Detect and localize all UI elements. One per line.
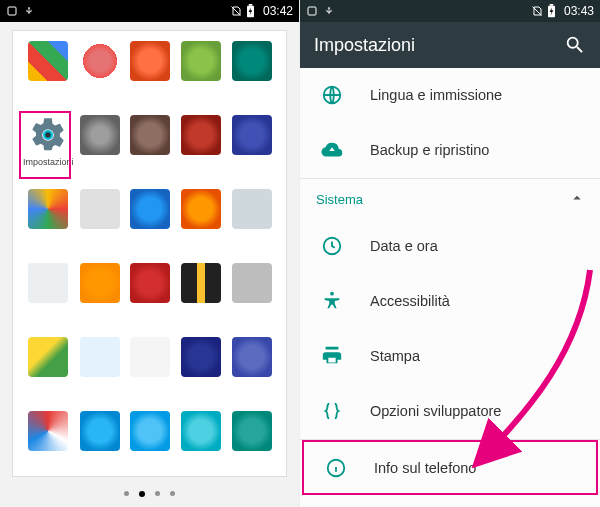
app-icon[interactable] (76, 263, 125, 335)
svg-rect-0 (8, 7, 16, 15)
app-icon[interactable] (23, 263, 74, 335)
app-drawer[interactable]: Impostazioni (0, 22, 299, 507)
app-icon[interactable] (76, 115, 125, 187)
svg-rect-7 (550, 4, 554, 6)
app-drawer-card: Impostazioni (12, 30, 287, 477)
row-accessibility[interactable]: Accessibilità (300, 274, 600, 329)
app-icon[interactable] (23, 189, 74, 261)
clock-icon (316, 235, 348, 257)
battery-icon (246, 4, 255, 18)
app-icon[interactable] (227, 263, 276, 335)
gear-icon (28, 115, 68, 155)
row-backup[interactable]: Backup e ripristino (300, 123, 600, 178)
page-dot[interactable] (170, 491, 175, 496)
screenshot-icon (6, 5, 18, 17)
app-icon[interactable] (227, 337, 276, 409)
settings-list[interactable]: Lingua e immissione Backup e ripristino … (300, 68, 600, 507)
toolbar-title: Impostazioni (314, 35, 415, 56)
row-language[interactable]: Lingua e immissione (300, 68, 600, 123)
row-developer[interactable]: Opzioni sviluppatore (300, 384, 600, 439)
section-label: Sistema (316, 192, 363, 207)
page-dot-active[interactable] (139, 491, 145, 497)
cloud-upload-icon (316, 139, 348, 161)
search-button[interactable] (564, 34, 586, 56)
app-icon[interactable] (227, 41, 276, 113)
status-bar: 03:43 (300, 0, 600, 22)
screenshot-icon (306, 5, 318, 17)
page-indicator (0, 491, 299, 497)
row-label: Accessibilità (370, 293, 450, 309)
section-header-system[interactable]: Sistema (300, 179, 600, 219)
page-dot[interactable] (155, 491, 160, 496)
app-icon[interactable] (126, 189, 175, 261)
print-icon (316, 345, 348, 367)
app-icon[interactable] (76, 41, 125, 113)
app-icon[interactable] (76, 337, 125, 409)
status-bar: 03:42 (0, 0, 299, 22)
app-icon[interactable] (227, 115, 276, 187)
app-icon[interactable] (177, 115, 226, 187)
info-icon (320, 457, 352, 479)
status-time: 03:42 (263, 4, 293, 18)
svg-point-4 (46, 132, 51, 137)
app-icon[interactable] (227, 411, 276, 483)
braces-icon (316, 400, 348, 422)
app-icon[interactable] (126, 411, 175, 483)
app-icon[interactable] (126, 337, 175, 409)
app-icon[interactable] (126, 263, 175, 335)
app-label: Impostazioni (23, 157, 74, 167)
usb-icon (24, 5, 34, 17)
svg-rect-2 (249, 4, 253, 6)
row-label: Backup e ripristino (370, 142, 489, 158)
svg-rect-5 (308, 7, 316, 15)
app-icon[interactable] (23, 41, 74, 113)
app-icon[interactable] (126, 41, 175, 113)
app-icon[interactable] (177, 411, 226, 483)
no-sim-icon (531, 5, 543, 17)
no-sim-icon (230, 5, 242, 17)
app-settings[interactable]: Impostazioni (23, 115, 74, 187)
app-icon[interactable] (177, 337, 226, 409)
chevron-up-icon (568, 189, 586, 210)
row-about[interactable]: Info sul telefono (302, 440, 598, 495)
app-icon[interactable] (23, 337, 74, 409)
usb-icon (324, 5, 334, 17)
search-icon (564, 34, 586, 56)
accessibility-icon (316, 290, 348, 312)
globe-icon (316, 84, 348, 106)
app-icon[interactable] (177, 41, 226, 113)
page-dot[interactable] (124, 491, 129, 496)
row-date[interactable]: Data e ora (300, 219, 600, 274)
app-icon[interactable] (76, 411, 125, 483)
svg-point-10 (330, 292, 334, 296)
status-time: 03:43 (564, 4, 594, 18)
app-icon[interactable] (23, 411, 74, 483)
row-label: Info sul telefono (374, 460, 476, 476)
toolbar: Impostazioni (300, 22, 600, 68)
app-icon[interactable] (227, 189, 276, 261)
app-icon[interactable] (126, 115, 175, 187)
app-icon[interactable] (177, 189, 226, 261)
app-icon[interactable] (177, 263, 226, 335)
phone-right: 03:43 Impostazioni Lingua e immissione B… (300, 0, 600, 507)
row-label: Opzioni sviluppatore (370, 403, 501, 419)
app-icon[interactable] (76, 189, 125, 261)
app-grid: Impostazioni (23, 41, 276, 483)
row-label: Stampa (370, 348, 420, 364)
row-print[interactable]: Stampa (300, 329, 600, 384)
phone-left: 03:42 Impostazioni (0, 0, 300, 507)
row-label: Lingua e immissione (370, 87, 502, 103)
battery-icon (547, 4, 556, 18)
row-label: Data e ora (370, 238, 438, 254)
